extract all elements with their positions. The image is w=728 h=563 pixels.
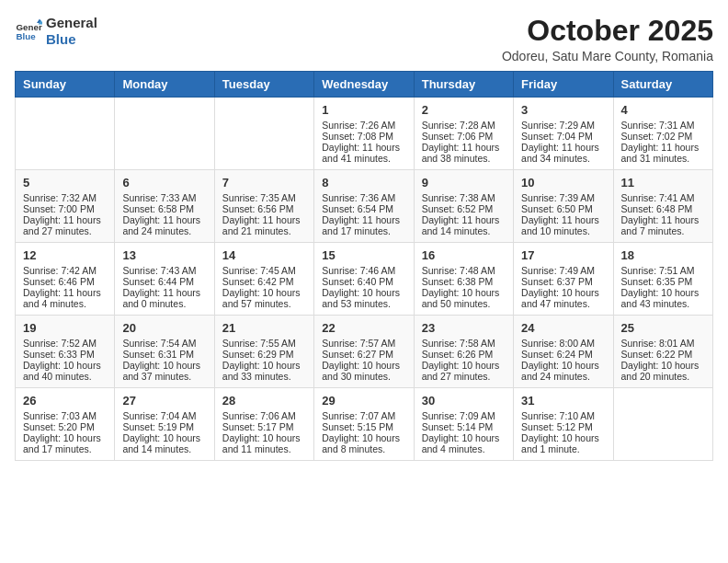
calendar-cell <box>16 98 115 170</box>
day-info: Sunset: 6:44 PM <box>122 276 206 287</box>
day-info: Sunset: 6:31 PM <box>122 349 206 360</box>
calendar-cell: 29Sunrise: 7:07 AMSunset: 5:15 PMDayligh… <box>314 388 414 461</box>
day-number: 3 <box>521 103 605 117</box>
day-number: 11 <box>621 176 705 190</box>
day-info: and 1 minute. <box>521 443 605 454</box>
day-info: and 24 minutes. <box>521 371 605 382</box>
day-info: Sunset: 7:08 PM <box>322 131 405 142</box>
calendar-cell: 1Sunrise: 7:26 AMSunset: 7:08 PMDaylight… <box>314 98 414 170</box>
day-info: Sunset: 6:29 PM <box>222 349 306 360</box>
day-info: Sunrise: 7:03 AM <box>23 410 107 421</box>
day-info: Daylight: 10 hours <box>222 287 306 298</box>
page-header: General Blue General Blue October 2025 O… <box>15 15 713 63</box>
day-info: Daylight: 10 hours <box>422 360 506 371</box>
day-number: 31 <box>521 394 605 408</box>
day-info: Daylight: 11 hours <box>621 142 705 153</box>
day-number: 30 <box>422 394 506 408</box>
calendar-table: SundayMondayTuesdayWednesdayThursdayFrid… <box>15 71 713 461</box>
week-row-3: 12Sunrise: 7:42 AMSunset: 6:46 PMDayligh… <box>16 243 713 316</box>
day-info: Sunset: 6:48 PM <box>621 203 705 214</box>
day-info: and 34 minutes. <box>521 153 605 164</box>
week-row-5: 26Sunrise: 7:03 AMSunset: 5:20 PMDayligh… <box>16 388 713 461</box>
title-block: October 2025 Odoreu, Satu Mare County, R… <box>502 15 713 63</box>
day-info: Sunrise: 7:54 AM <box>122 338 206 349</box>
day-info: Sunset: 6:46 PM <box>23 276 107 287</box>
logo-blue: Blue <box>46 31 97 48</box>
day-number: 17 <box>521 248 605 262</box>
day-info: and 0 minutes. <box>122 298 206 309</box>
day-info: Sunrise: 7:36 AM <box>322 192 405 203</box>
day-info: Daylight: 10 hours <box>122 432 206 443</box>
day-info: Daylight: 11 hours <box>521 214 605 225</box>
day-number: 16 <box>422 248 506 262</box>
calendar-cell: 30Sunrise: 7:09 AMSunset: 5:14 PMDayligh… <box>414 388 513 461</box>
calendar-cell: 18Sunrise: 7:51 AMSunset: 6:35 PMDayligh… <box>613 243 712 316</box>
day-info: Sunset: 7:06 PM <box>422 131 506 142</box>
location: Odoreu, Satu Mare County, Romania <box>502 49 713 63</box>
day-info: Sunrise: 7:32 AM <box>23 192 107 203</box>
day-info: Sunset: 5:17 PM <box>222 421 306 432</box>
day-info: Sunset: 7:04 PM <box>521 131 605 142</box>
day-info: and 31 minutes. <box>621 153 705 164</box>
day-number: 5 <box>23 176 107 190</box>
calendar-cell: 7Sunrise: 7:35 AMSunset: 6:56 PMDaylight… <box>214 170 313 243</box>
day-info: and 4 minutes. <box>23 298 107 309</box>
day-info: and 40 minutes. <box>23 371 107 382</box>
calendar-cell: 27Sunrise: 7:04 AMSunset: 5:19 PMDayligh… <box>115 388 214 461</box>
day-info: and 17 minutes. <box>23 443 107 454</box>
calendar-cell: 24Sunrise: 8:00 AMSunset: 6:24 PMDayligh… <box>514 316 613 388</box>
day-info: Sunset: 7:00 PM <box>23 203 107 214</box>
weekday-header-thursday: Thursday <box>414 72 513 98</box>
calendar-cell: 16Sunrise: 7:48 AMSunset: 6:38 PMDayligh… <box>414 243 513 316</box>
day-info: Sunrise: 7:49 AM <box>521 265 605 276</box>
day-info: and 7 minutes. <box>621 225 705 236</box>
day-info: Sunset: 5:19 PM <box>122 421 206 432</box>
day-info: Sunrise: 7:51 AM <box>621 265 705 276</box>
day-info: Sunrise: 7:09 AM <box>422 410 506 421</box>
day-info: Sunset: 6:33 PM <box>23 349 107 360</box>
day-number: 28 <box>222 394 306 408</box>
calendar-cell: 10Sunrise: 7:39 AMSunset: 6:50 PMDayligh… <box>514 170 613 243</box>
logo-icon: General Blue <box>15 17 42 45</box>
calendar-cell: 15Sunrise: 7:46 AMSunset: 6:40 PMDayligh… <box>314 243 414 316</box>
day-info: Sunrise: 7:35 AM <box>222 192 306 203</box>
day-number: 9 <box>422 176 506 190</box>
weekday-header-saturday: Saturday <box>613 72 712 98</box>
weekday-header-row: SundayMondayTuesdayWednesdayThursdayFrid… <box>16 72 713 98</box>
day-number: 6 <box>122 176 206 190</box>
day-info: Sunrise: 7:26 AM <box>322 120 405 131</box>
day-number: 8 <box>322 176 405 190</box>
day-info: Sunset: 6:26 PM <box>422 349 506 360</box>
day-info: Daylight: 10 hours <box>621 360 705 371</box>
weekday-header-wednesday: Wednesday <box>314 72 414 98</box>
day-number: 2 <box>422 103 506 117</box>
day-info: Sunset: 6:22 PM <box>621 349 705 360</box>
day-info: and 21 minutes. <box>222 225 306 236</box>
weekday-header-tuesday: Tuesday <box>214 72 313 98</box>
day-info: Sunset: 5:14 PM <box>422 421 506 432</box>
day-number: 23 <box>422 321 506 335</box>
day-number: 12 <box>23 248 107 262</box>
day-info: Daylight: 10 hours <box>122 360 206 371</box>
day-info: Sunset: 6:27 PM <box>322 349 405 360</box>
day-info: Sunrise: 8:00 AM <box>521 338 605 349</box>
calendar-cell: 5Sunrise: 7:32 AMSunset: 7:00 PMDaylight… <box>16 170 115 243</box>
day-info: and 38 minutes. <box>422 153 506 164</box>
day-info: and 27 minutes. <box>422 371 506 382</box>
day-info: Daylight: 10 hours <box>621 287 705 298</box>
calendar-cell: 17Sunrise: 7:49 AMSunset: 6:37 PMDayligh… <box>514 243 613 316</box>
day-number: 7 <box>222 176 306 190</box>
day-info: Sunset: 5:15 PM <box>322 421 405 432</box>
day-info: Sunset: 6:50 PM <box>521 203 605 214</box>
logo: General Blue General Blue <box>15 15 97 48</box>
day-number: 19 <box>23 321 107 335</box>
day-info: and 17 minutes. <box>322 225 405 236</box>
day-number: 21 <box>222 321 306 335</box>
week-row-2: 5Sunrise: 7:32 AMSunset: 7:00 PMDaylight… <box>16 170 713 243</box>
day-info: Sunset: 6:54 PM <box>322 203 405 214</box>
day-info: and 10 minutes. <box>521 225 605 236</box>
day-info: Daylight: 11 hours <box>122 287 206 298</box>
day-info: and 57 minutes. <box>222 298 306 309</box>
day-info: Sunrise: 7:42 AM <box>23 265 107 276</box>
day-number: 20 <box>122 321 206 335</box>
